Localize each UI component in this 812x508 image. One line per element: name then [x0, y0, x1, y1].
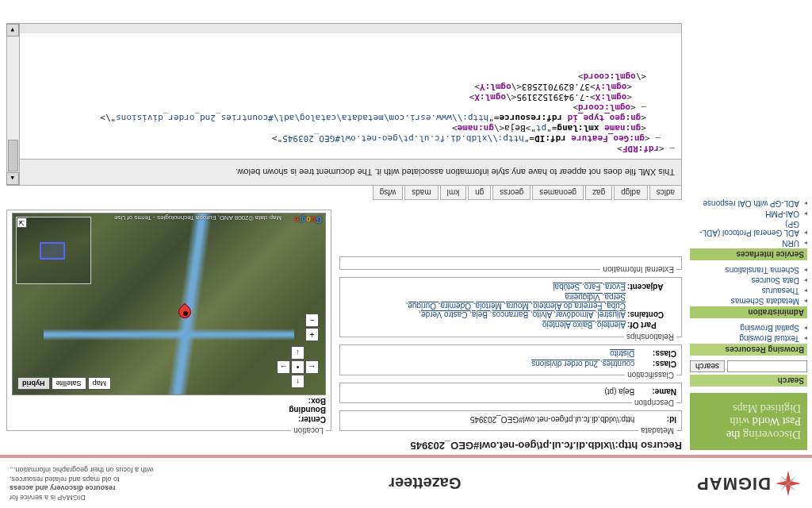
- pan-right-button[interactable]: →: [277, 360, 290, 374]
- recenter-button[interactable]: •: [291, 360, 304, 374]
- map[interactable]: ↑ ← • → ↓: [12, 213, 326, 395]
- search-button[interactable]: search: [690, 360, 725, 372]
- external-fieldset: External Information: [339, 256, 682, 274]
- sidebar-item-spatial-browsing[interactable]: Spatial Browsing: [690, 323, 807, 333]
- sidebar-item-textual-browsing[interactable]: Textual Browsing: [690, 333, 807, 344]
- sidebar-admin-title: Administration: [690, 306, 807, 318]
- sidebar-item-urn[interactable]: URN: [690, 238, 807, 248]
- compass-rose-icon: [774, 469, 802, 498]
- sidebar-services-title: Service Interfaces: [690, 248, 807, 260]
- description-fieldset: Description Name: Beja (pt): [339, 383, 682, 407]
- class-link-1[interactable]: countries, 2nd order divisions: [531, 360, 634, 368]
- tab-kml[interactable]: kml: [440, 186, 467, 200]
- adjacent-links[interactable]: Évora, Faro, Setúbal: [553, 283, 626, 291]
- inset-map[interactable]: ⇲: [16, 217, 91, 284]
- zoom-out-button[interactable]: −: [305, 314, 319, 327]
- xml-notice: This XML file does not appear to have an…: [20, 159, 681, 185]
- tab-gaz[interactable]: gaz: [585, 186, 612, 200]
- tab-georss[interactable]: georss: [492, 186, 530, 200]
- sidebar-item-adlgp-oai[interactable]: ADL-GP with OAI response: [690, 198, 807, 209]
- google-logo: Google: [295, 215, 322, 224]
- location-fieldset: Location Center: Bounding Box: ↑: [6, 210, 331, 435]
- map-type-hybrid[interactable]: Hybrid: [17, 377, 50, 390]
- scroll-up-button[interactable]: ▴: [6, 172, 19, 185]
- page-title: Gazetteer: [154, 474, 696, 492]
- xml-tree: – <rdf:RDF> – <gn:Geo_Feature rdf:ID="ht…: [20, 33, 681, 159]
- tagline: DIGMAP is a service for resource discove…: [10, 464, 154, 502]
- search-input[interactable]: [727, 360, 807, 372]
- scroll-down-button[interactable]: ▾: [6, 24, 19, 37]
- tab-wfsg[interactable]: wfsg: [373, 186, 404, 200]
- scroll-thumb[interactable]: [8, 140, 18, 171]
- sidebar-item-thesaurus[interactable]: Thesaurus: [690, 286, 807, 296]
- class-link-2[interactable]: Distrito: [610, 349, 634, 358]
- tab-mads[interactable]: mads: [404, 186, 438, 200]
- logo: DIGMAP: [696, 469, 802, 498]
- tab-adlgp[interactable]: adlgp: [614, 186, 647, 200]
- pan-down-button[interactable]: ↓: [291, 346, 304, 360]
- map-type-satellite[interactable]: Satellite: [52, 377, 86, 390]
- sidebar-item-oai-pmh[interactable]: OAI-PMH: [690, 209, 807, 219]
- page-title-wrap: Gazetteer: [154, 474, 696, 492]
- metadata-fieldset: Metadata Id: http:\\xldb.di.fc.ul.pt\geo…: [339, 410, 682, 435]
- tab-geonames[interactable]: geonames: [532, 186, 584, 200]
- map-marker-icon: [180, 302, 191, 319]
- tab-adlcs[interactable]: adlcs: [649, 186, 682, 200]
- relationships-fieldset: Relationships Part Of:Alentejo, Baixo Al…: [339, 277, 682, 341]
- sidebar-item-metadata-schemas[interactable]: Metadata Schemas: [690, 296, 807, 306]
- zoom-in-button[interactable]: +: [305, 328, 319, 341]
- classification-fieldset: Classification Class: countries, 2nd ord…: [339, 344, 682, 379]
- pan-left-button[interactable]: ←: [305, 360, 319, 374]
- xml-panel: This XML file does not appear to have an…: [6, 23, 682, 186]
- partof-links[interactable]: Alentejo, Baixo Alentejo: [542, 321, 626, 329]
- contains-links[interactable]: Aljustrel, Almodôvar, Alvito, Barrancos,…: [406, 293, 626, 319]
- map-nav-controls: ↑ ← • → ↓: [277, 314, 319, 388]
- resource-title: Recurso http:\\xldb.di.fc.ul.pt\geo-net.…: [6, 440, 682, 452]
- inset-toggle-button[interactable]: ⇲: [17, 217, 27, 228]
- logo-text: DIGMAP: [696, 473, 771, 494]
- sidebar-browsing-title: Browsing Resources: [690, 344, 807, 356]
- sidebar-item-adl-gp[interactable]: ADL General Protocol (ADL-GP): [690, 219, 807, 238]
- map-type-map[interactable]: Map: [88, 377, 112, 390]
- format-tabs: adlcs adlgp gaz geonames georss gn kml m…: [6, 186, 682, 200]
- tab-gn[interactable]: gn: [468, 186, 491, 200]
- sidebar-search-title: Search: [690, 375, 807, 387]
- app-header: DIGMAP Gazetteer DIGMAP is a service for…: [0, 455, 812, 508]
- inset-viewport-icon: [40, 242, 65, 260]
- sidebar-item-data-sources[interactable]: Data Sources: [690, 275, 807, 286]
- sidebar-item-schema-translations[interactable]: Schema Translations: [690, 265, 807, 275]
- promo-box: Discovering the Past World with Digitise…: [690, 393, 807, 450]
- content: Recurso http:\\xldb.di.fc.ul.pt\geo-net.…: [0, 20, 685, 455]
- pan-up-button[interactable]: ↑: [291, 375, 304, 388]
- map-attribution: Map data ©2008 AND, Europa Technologies …: [114, 214, 282, 221]
- sidebar: Discovering the Past World with Digitise…: [685, 20, 812, 455]
- scrollbar[interactable]: ▴ ▾: [7, 24, 20, 185]
